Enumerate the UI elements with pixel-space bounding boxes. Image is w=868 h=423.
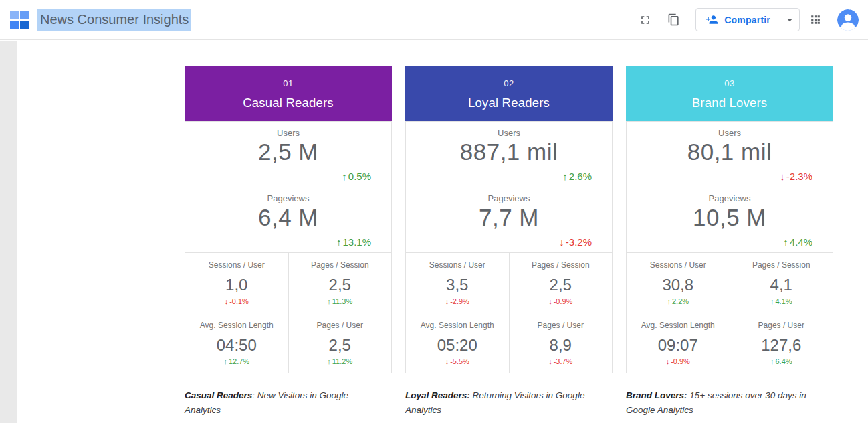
metric-label: Users — [185, 128, 391, 138]
metric-value: 2,5 — [289, 276, 392, 294]
report-canvas: 01 Casual Readers Users 2,5 M 0.5% Pagev… — [0, 41, 868, 423]
metric-value: 04:50 — [185, 336, 288, 355]
copy-icon — [667, 13, 680, 26]
metric-delta: 4.1% — [730, 297, 833, 305]
metric-value: 8,9 — [510, 336, 613, 355]
trend-arrow-icon — [780, 171, 785, 182]
metric-delta: -3.7% — [510, 357, 613, 365]
card-footnote: Casual Readers: New Visitors in Google A… — [185, 388, 392, 418]
scorecard-casual-readers: 01 Casual Readers Users 2,5 M 0.5% Pagev… — [185, 66, 392, 418]
trend-arrow-icon — [783, 236, 788, 248]
google-apps-button[interactable] — [802, 7, 828, 33]
trend-arrow-icon — [327, 297, 331, 305]
metric-value: 127,6 — [730, 336, 833, 355]
trend-arrow-icon — [667, 297, 671, 305]
metric-label: Pageviews — [406, 193, 612, 203]
metric-sessions-per-user: Sessions / User 30,8 2.2% — [627, 253, 730, 313]
metric-label: Sessions / User — [185, 260, 288, 270]
metric-pageviews: Pageviews 6,4 M 13.1% — [185, 187, 392, 253]
avatar[interactable] — [837, 9, 859, 31]
metric-label: Pages / User — [510, 321, 613, 330]
metric-pageviews: Pageviews 7,7 M -3.2% — [405, 187, 613, 253]
trend-arrow-icon — [770, 357, 774, 365]
trend-arrow-icon — [327, 357, 331, 365]
metric-users: Users 80,1 mil -2.3% — [626, 121, 833, 187]
trend-arrow-icon — [336, 236, 342, 248]
metric-delta: 2.2% — [627, 297, 730, 305]
metric-delta: 6.4% — [730, 357, 833, 365]
trend-arrow-icon — [770, 297, 774, 305]
card-footnote: Brand Lovers: 15+ sessions over 30 days … — [626, 388, 833, 418]
metric-label: Pageviews — [185, 193, 391, 203]
trend-arrow-icon — [225, 297, 229, 305]
metric-sessions-per-user: Sessions / User 3,5 -2.9% — [406, 253, 510, 313]
metric-delta: -2.9% — [406, 297, 509, 305]
share-dropdown-button[interactable] — [780, 9, 799, 31]
metric-value: 2,5 — [289, 336, 392, 355]
copy-report-button[interactable] — [661, 7, 686, 33]
fullscreen-button[interactable] — [633, 7, 658, 33]
trend-arrow-icon — [559, 236, 564, 248]
trend-arrow-icon — [548, 357, 552, 365]
report-title[interactable]: News Consumer Insights — [37, 9, 191, 31]
trend-arrow-icon — [445, 297, 449, 305]
metric-label: Users — [627, 128, 833, 138]
trend-arrow-icon — [562, 171, 568, 182]
metric-pageviews: Pageviews 10,5 M 4.4% — [626, 187, 833, 253]
share-button-group: Compartir — [695, 8, 800, 31]
metric-delta: 11.2% — [289, 357, 392, 365]
metric-users: Users 887,1 mil 2.6% — [405, 121, 613, 187]
metric-label: Avg. Session Length — [185, 321, 288, 330]
metric-delta: 2.6% — [562, 171, 592, 182]
data-studio-logo-icon[interactable] — [9, 10, 29, 30]
trend-arrow-icon — [342, 171, 347, 182]
trend-arrow-icon — [445, 357, 449, 365]
metric-delta: -0.9% — [627, 357, 730, 365]
metric-grid: Sessions / User 30,8 2.2% Pages / Sessio… — [626, 253, 833, 373]
metric-value: 2,5 M — [185, 139, 391, 165]
card-footnote: Loyal Readers: Returning Visitors in Goo… — [405, 388, 613, 418]
metric-value: 4,1 — [730, 276, 833, 294]
metric-delta: -0.9% — [510, 297, 613, 305]
metric-delta: 4.4% — [783, 236, 812, 248]
metric-label: Pageviews — [627, 193, 833, 203]
card-header: 03 Brand Lovers — [626, 66, 833, 122]
card-title: Brand Lovers — [692, 96, 767, 110]
metric-value: 6,4 M — [185, 204, 391, 231]
metric-label: Pages / Session — [510, 260, 613, 270]
metric-pages-per-user: Pages / User 8,9 -3.7% — [510, 313, 613, 373]
metric-value: 1,0 — [185, 276, 288, 294]
metric-label: Avg. Session Length — [406, 321, 509, 330]
metric-grid: Sessions / User 3,5 -2.9% Pages / Sessio… — [405, 253, 613, 373]
metric-delta: 11.3% — [289, 297, 392, 305]
metric-label: Avg. Session Length — [627, 321, 730, 330]
metric-pages-per-session: Pages / Session 4,1 4.1% — [730, 253, 834, 313]
metric-delta: 13.1% — [336, 236, 371, 248]
share-button[interactable]: Compartir — [696, 9, 780, 31]
card-header: 02 Loyal Readers — [405, 66, 613, 122]
card-header: 01 Casual Readers — [185, 66, 392, 122]
metric-value: 30,8 — [627, 276, 730, 294]
metric-delta: 12.7% — [185, 357, 288, 365]
metric-delta: -2.3% — [780, 171, 812, 182]
user-avatar-icon — [837, 9, 859, 31]
card-title: Loyal Readers — [468, 96, 550, 110]
metric-users: Users 2,5 M 0.5% — [185, 121, 392, 187]
metric-value: 05:20 — [406, 336, 509, 355]
scorecard-brand-lovers: 03 Brand Lovers Users 80,1 mil -2.3% Pag… — [626, 66, 833, 418]
card-index: 03 — [724, 78, 734, 88]
trend-arrow-icon — [548, 297, 552, 305]
metric-value: 887,1 mil — [406, 139, 612, 165]
topbar-actions: Compartir — [630, 7, 859, 33]
metric-sessions-per-user: Sessions / User 1,0 -0.1% — [185, 253, 289, 313]
metric-value: 80,1 mil — [627, 139, 833, 165]
metric-value: 3,5 — [406, 276, 509, 294]
trend-arrow-icon — [666, 357, 670, 365]
fullscreen-icon — [639, 13, 652, 27]
metric-avg-session-length: Avg. Session Length 05:20 -5.5% — [406, 313, 510, 373]
metric-pages-per-user: Pages / User 2,5 11.2% — [289, 313, 393, 373]
metric-avg-session-length: Avg. Session Length 04:50 12.7% — [185, 313, 289, 373]
metric-value: 2,5 — [510, 276, 613, 294]
scorecard-loyal-readers: 02 Loyal Readers Users 887,1 mil 2.6% Pa… — [405, 66, 613, 418]
metric-label: Users — [406, 128, 612, 138]
